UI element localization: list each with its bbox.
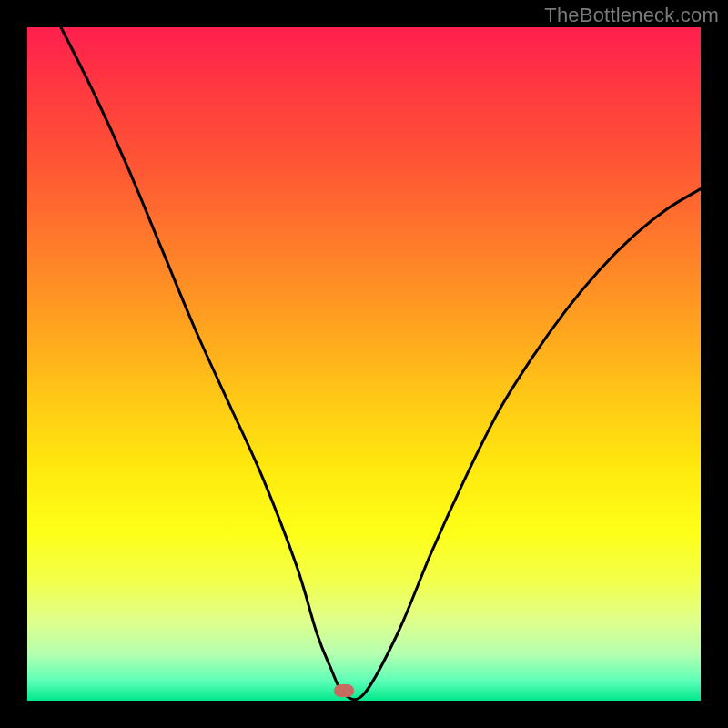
watermark-text: TheBottleneck.com <box>544 4 719 27</box>
bottleneck-curve <box>27 27 701 701</box>
optimum-marker <box>334 684 354 697</box>
plot-area <box>27 27 701 701</box>
chart-frame: TheBottleneck.com <box>0 0 728 728</box>
